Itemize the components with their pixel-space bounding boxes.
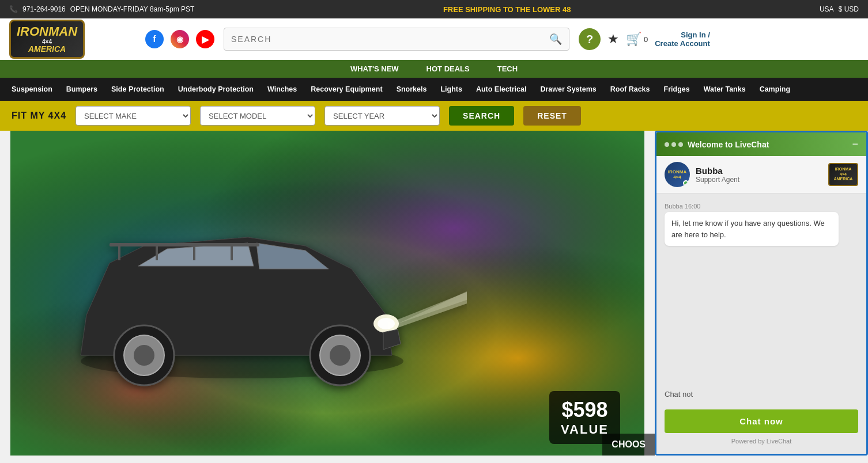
- brand-logo-chat: IRONMA4×4AMERICA: [828, 163, 858, 186]
- hero-price: $598: [561, 398, 609, 422]
- chat-header-left: Welcome to LiveChat: [665, 140, 769, 149]
- chat-messages: Bubba 16:00 Hi, let me know if you have …: [656, 193, 866, 385]
- cart-icon: 🛒: [626, 32, 641, 47]
- search-button[interactable]: 🔍: [549, 33, 562, 45]
- facebook-icon[interactable]: f: [145, 30, 164, 48]
- promo-text: FREE SHIPPING TO THE LOWER 48: [443, 5, 571, 14]
- signin-area: Sign In / Create Account: [655, 31, 710, 48]
- svg-point-8: [378, 318, 395, 329]
- hero-value: VALUE: [561, 422, 609, 437]
- logo-america: AMERICA: [17, 45, 77, 54]
- agent-name: Bubba: [696, 166, 739, 176]
- agent-avatar: IRONMA4×4: [665, 162, 690, 187]
- header-right: ? ★ 🛒 0 Sign In / Create Account: [579, 28, 710, 50]
- nav-winches[interactable]: Winches: [261, 78, 304, 101]
- signin-link[interactable]: Sign In /: [655, 31, 710, 39]
- svg-rect-19: [231, 243, 233, 260]
- chat-footer: Chat now Powered by LiveChat: [656, 403, 866, 454]
- chat-status-dots: [665, 142, 683, 147]
- svg-rect-15: [110, 243, 259, 246]
- chat-agent-bar: IRONMA4×4 Bubba Support Agent IRONMA4×4A…: [656, 156, 866, 193]
- svg-rect-18: [193, 243, 195, 260]
- chat-title: Welcome to LiveChat: [688, 140, 769, 149]
- create-account-link[interactable]: Create Account: [655, 39, 710, 48]
- nav-hot-deals[interactable]: HOT DEALS: [427, 64, 470, 73]
- chat-minimize-button[interactable]: −: [852, 138, 858, 150]
- fit-search-button[interactable]: SEARCH: [449, 106, 514, 126]
- nav-underbody-protection[interactable]: Underbody Protection: [171, 78, 261, 101]
- powered-by-text: Powered by LiveChat: [665, 438, 858, 445]
- nav-water-tanks[interactable]: Water Tanks: [697, 78, 753, 101]
- nav-suspension[interactable]: Suspension: [5, 78, 59, 101]
- chat-header: Welcome to LiveChat −: [656, 132, 866, 156]
- youtube-icon[interactable]: ▶: [196, 30, 214, 48]
- message-bubble: Hi, let me know if you have any question…: [665, 212, 839, 246]
- nav-snorkels[interactable]: Snorkels: [390, 78, 434, 101]
- svg-rect-17: [156, 243, 158, 260]
- nav-lights[interactable]: Lights: [433, 78, 469, 101]
- chat-dot-2: [671, 142, 676, 147]
- currency-label[interactable]: $ USD: [839, 5, 859, 13]
- nav-recovery-equipment[interactable]: Recovery Equipment: [304, 78, 389, 101]
- nav-fridges[interactable]: Fridges: [657, 78, 697, 101]
- search-bar: 🔍: [224, 28, 569, 51]
- nav-side-protection[interactable]: Side Protection: [104, 78, 171, 101]
- help-button[interactable]: ?: [579, 28, 601, 50]
- choose-badge: CHOOS: [602, 434, 655, 456]
- year-select[interactable]: SELECT YEAR: [324, 106, 440, 126]
- hours-text: OPEN MONDAY-FRIDAY 8am-5pm PST: [70, 5, 195, 13]
- cart-button[interactable]: 🛒 0: [626, 32, 648, 47]
- region-label[interactable]: USA: [820, 5, 834, 13]
- chat-dot-3: [678, 142, 683, 147]
- chat-now-button[interactable]: Chat now: [665, 409, 858, 433]
- nav-roof-racks[interactable]: Roof Racks: [603, 78, 657, 101]
- top-bar-right: USA $ USD: [820, 5, 859, 13]
- nav-drawer-systems[interactable]: Drawer Systems: [533, 78, 603, 101]
- make-select[interactable]: SELECT MAKE: [76, 106, 191, 126]
- agent-details: Bubba Support Agent: [696, 166, 739, 184]
- nav-whats-new[interactable]: WHAT'S NEW: [350, 64, 399, 73]
- hero-car: [17, 154, 467, 430]
- message-timestamp: Bubba 16:00: [665, 203, 858, 210]
- online-indicator: [683, 180, 689, 186]
- svg-point-14: [330, 345, 350, 366]
- top-bar: 📞 971-264-9016 OPEN MONDAY-FRIDAY 8am-5p…: [0, 0, 868, 18]
- svg-point-11: [134, 345, 154, 366]
- nav-auto-electrical[interactable]: Auto Electrical: [469, 78, 534, 101]
- logo-area: IRONMAN 4×4 AMERICA: [9, 20, 124, 59]
- svg-rect-16: [118, 243, 120, 260]
- social-icons: f ◉ ▶: [145, 30, 214, 48]
- phone-icon: 📞: [9, 5, 18, 13]
- header: IRONMAN 4×4 AMERICA f ◉ ▶ 🔍 ? ★ 🛒 0 Sign…: [0, 18, 868, 60]
- secondary-nav: WHAT'S NEW HOT DEALS TECH: [0, 60, 868, 78]
- livechat-panel: Welcome to LiveChat − IRONMA4×4 Bubba Su…: [655, 131, 868, 456]
- chat-dot-1: [665, 142, 669, 147]
- hero-area: $598 VALUE CHOOS: [0, 131, 655, 456]
- phone-number[interactable]: 971-264-9016: [22, 5, 66, 13]
- nav-tech[interactable]: TECH: [497, 64, 518, 73]
- top-bar-left: 📞 971-264-9016 OPEN MONDAY-FRIDAY 8am-5p…: [9, 5, 194, 13]
- fit-bar: FIT MY 4X4 SELECT MAKE SELECT MODEL SELE…: [0, 101, 868, 131]
- nav-camping[interactable]: Camping: [753, 78, 797, 101]
- fit-label: FIT MY 4X4: [12, 111, 66, 121]
- fit-reset-button[interactable]: RESET: [523, 106, 581, 126]
- chat-not-available-text: Chat not: [665, 385, 693, 403]
- instagram-icon[interactable]: ◉: [171, 30, 189, 48]
- main-nav: Suspension Bumpers Side Protection Under…: [0, 78, 868, 101]
- main-content: $598 VALUE CHOOS Welcome to LiveChat −: [0, 131, 868, 456]
- cart-count: 0: [644, 35, 648, 44]
- avatar-logo-text: IRONMA4×4: [668, 169, 686, 180]
- agent-role: Support Agent: [696, 176, 739, 184]
- nav-bumpers[interactable]: Bumpers: [59, 78, 104, 101]
- search-input[interactable]: [231, 35, 549, 44]
- choose-label: CHOOS: [612, 439, 646, 449]
- logo-ironman: IRONMAN: [17, 25, 77, 39]
- chat-not-area: Chat not: [656, 385, 866, 403]
- logo[interactable]: IRONMAN 4×4 AMERICA: [9, 20, 85, 59]
- agent-info: IRONMA4×4 Bubba Support Agent: [665, 162, 739, 187]
- wishlist-button[interactable]: ★: [607, 32, 619, 47]
- chat-brand-text: IRONMA4×4AMERICA: [834, 167, 853, 181]
- model-select[interactable]: SELECT MODEL: [200, 106, 315, 126]
